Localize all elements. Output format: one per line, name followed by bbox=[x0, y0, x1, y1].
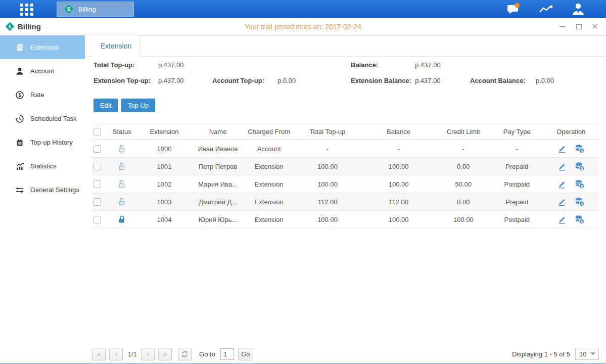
prev-page-button[interactable]: ‹ bbox=[109, 348, 123, 360]
balance-cell: 100.00 bbox=[361, 180, 436, 188]
total-topup-label: Total Top-up: bbox=[94, 61, 134, 69]
sidebar-item-label: Extension bbox=[30, 43, 59, 51]
name-cell: Иван Иванов bbox=[192, 145, 244, 153]
name-cell: Мария Ива... bbox=[192, 180, 244, 188]
messages-glyph: ! bbox=[505, 2, 522, 16]
sidebar-item-extension[interactable]: Extension bbox=[0, 35, 85, 59]
sidebar: Extension Account $ Rate bbox=[0, 35, 85, 363]
goto-label: Go to bbox=[199, 350, 215, 358]
pay-type-cell: Postpaid bbox=[491, 216, 543, 223]
balance-cell: 100.00 bbox=[361, 216, 436, 223]
scheduled-task-clock-icon bbox=[15, 114, 24, 123]
credit-limit-cell: 0.00 bbox=[436, 163, 491, 170]
taskbar: $ Billing ! bbox=[0, 0, 606, 18]
row-checkbox[interactable] bbox=[94, 145, 101, 153]
extension-cell: 1001 bbox=[137, 163, 192, 170]
name-cell: Юрий Юрь... bbox=[192, 216, 244, 223]
refresh-icon bbox=[181, 350, 189, 358]
row-checkbox[interactable] bbox=[94, 163, 101, 170]
balance-value: p.437.00 bbox=[415, 61, 441, 69]
table-row: 1002 Мария Ива... Extension 100.00 100.0… bbox=[92, 175, 599, 193]
go-button[interactable]: Go bbox=[238, 348, 253, 360]
apps-grid-icon[interactable] bbox=[17, 2, 37, 17]
sidebar-item-statistics[interactable]: Statistics bbox=[0, 154, 85, 178]
sidebar-item-scheduled-task[interactable]: Scheduled Task bbox=[0, 107, 85, 130]
select-all-checkbox[interactable] bbox=[94, 128, 101, 135]
svg-text:$: $ bbox=[18, 92, 21, 98]
pay-type-cell: Prepaid bbox=[491, 198, 543, 206]
extension-table: Status Extension Name Charged From Total… bbox=[92, 123, 599, 229]
general-settings-sliders-icon bbox=[15, 186, 24, 195]
statistics-bars-icon bbox=[15, 162, 24, 171]
close-icon[interactable]: ✕ bbox=[591, 23, 599, 31]
edit-pencil-icon[interactable] bbox=[557, 144, 567, 153]
messages-icon[interactable]: ! bbox=[505, 2, 522, 16]
edit-button[interactable]: Edit bbox=[94, 99, 118, 112]
total-topup-cell: 100.00 bbox=[294, 216, 361, 223]
sidebar-item-general-settings[interactable]: General Settings bbox=[0, 178, 85, 202]
minimize-icon[interactable] bbox=[558, 23, 567, 31]
edit-pencil-icon[interactable] bbox=[557, 197, 567, 206]
user-icon[interactable] bbox=[570, 2, 587, 16]
col-credit-limit: Credit Limit bbox=[436, 128, 491, 135]
extension-balance-label: Extension Balance: bbox=[351, 77, 411, 84]
table-body: 1000 Иван Иванов Account - - - - bbox=[92, 140, 599, 229]
extension-balance-value: p.437.00 bbox=[415, 77, 441, 84]
extension-cell: 1004 bbox=[137, 216, 192, 223]
balance-label: Balance: bbox=[351, 61, 378, 69]
next-page-button[interactable]: › bbox=[141, 348, 155, 360]
extension-cell: 1003 bbox=[137, 198, 192, 206]
sidebar-item-topup-history[interactable]: Top-up History bbox=[0, 130, 85, 154]
page-indicator: 1/1 bbox=[128, 350, 137, 358]
charged-from-cell: Extension bbox=[244, 163, 294, 170]
taskbar-tab-billing[interactable]: $ Billing bbox=[57, 2, 134, 17]
sidebar-item-label: Statistics bbox=[30, 162, 57, 170]
tab-extension[interactable]: Extension bbox=[92, 35, 139, 57]
pay-type-cell: Prepaid bbox=[491, 163, 543, 170]
chevron-down-icon bbox=[590, 352, 595, 355]
rate-dollar-icon: $ bbox=[15, 90, 24, 100]
sidebar-item-rate[interactable]: $ Rate bbox=[0, 83, 85, 107]
topup-coins-icon[interactable]: $ bbox=[575, 214, 585, 224]
edit-pencil-icon[interactable] bbox=[557, 162, 567, 171]
row-checkbox[interactable] bbox=[94, 216, 101, 223]
row-checkbox[interactable] bbox=[94, 180, 101, 188]
topup-button[interactable]: Top Up bbox=[121, 99, 155, 112]
sidebar-item-label: Account bbox=[30, 67, 54, 75]
row-checkbox[interactable] bbox=[94, 198, 101, 206]
billing-window: $ Billing ! bbox=[0, 0, 606, 364]
page-size-select[interactable]: 10 bbox=[575, 348, 599, 360]
col-status: Status bbox=[107, 128, 137, 135]
window-title: Billing bbox=[18, 22, 41, 31]
extension-topup-value: p.437.00 bbox=[158, 77, 184, 84]
pay-type-cell: Postpaid bbox=[491, 180, 543, 188]
maximize-icon[interactable] bbox=[575, 23, 583, 31]
edit-pencil-icon[interactable] bbox=[557, 215, 567, 224]
last-page-button[interactable]: » bbox=[158, 348, 172, 360]
credit-limit-cell: 50.00 bbox=[436, 180, 491, 188]
main-content: Extension Total Top-up: p.437.00 Balance… bbox=[85, 35, 606, 363]
sidebar-item-account[interactable]: Account bbox=[0, 59, 85, 83]
credit-limit-cell: 100.00 bbox=[436, 216, 491, 223]
credit-limit-cell: - bbox=[436, 145, 491, 153]
table-row: 1001 Петр Петров Extension 100.00 100.00… bbox=[92, 158, 599, 175]
topup-coins-icon[interactable]: $ bbox=[575, 144, 585, 154]
edit-pencil-icon[interactable] bbox=[557, 179, 567, 189]
svg-text:!: ! bbox=[517, 3, 518, 8]
balance-cell: 100.00 bbox=[361, 163, 436, 170]
topup-history-notepad-icon bbox=[15, 138, 24, 147]
extension-topup-label: Extension Top-up: bbox=[94, 77, 151, 84]
lock-open-icon bbox=[117, 179, 126, 189]
statistics-chart-icon[interactable] bbox=[537, 2, 554, 16]
refresh-button[interactable] bbox=[178, 348, 192, 360]
total-topup-value: p.437.00 bbox=[158, 61, 184, 69]
total-topup-cell: 100.00 bbox=[294, 180, 361, 188]
topup-coins-icon[interactable]: $ bbox=[575, 179, 585, 189]
goto-page-input[interactable] bbox=[220, 348, 234, 360]
topup-coins-icon[interactable]: $ bbox=[575, 161, 585, 171]
first-page-button[interactable]: « bbox=[92, 348, 106, 360]
titlebar: $ Billing Your trial period ends on: 201… bbox=[0, 18, 606, 35]
svg-text:$: $ bbox=[67, 6, 70, 12]
topup-coins-icon[interactable]: $ bbox=[575, 197, 585, 207]
pay-type-cell: - bbox=[491, 145, 543, 153]
